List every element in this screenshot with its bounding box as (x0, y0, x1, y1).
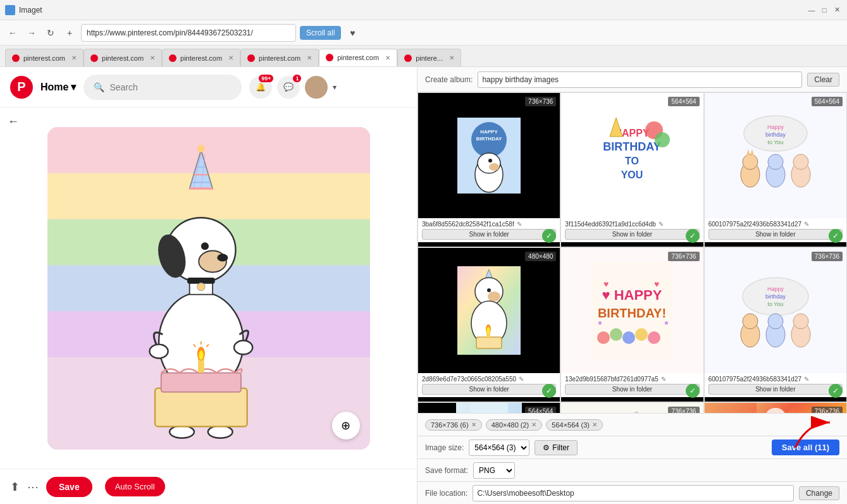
pin-image-svg (47, 127, 370, 450)
filter-tag-2[interactable]: 480×480 (2) ✕ (486, 419, 543, 431)
tab-close-2[interactable]: ✕ (150, 54, 155, 61)
filter-tag-1[interactable]: 736×736 (6) ✕ (425, 419, 482, 431)
filter-tag-3[interactable]: 564×564 (3) ✕ (546, 419, 603, 431)
tab-favicon-6 (404, 54, 412, 62)
main-layout: P Home ▾ 🔍 Search 🔔 99+ 💬 1 ▾ (0, 67, 847, 504)
edit-icon-6[interactable]: ✎ (804, 376, 809, 383)
svg-rect-71 (476, 337, 502, 348)
show-folder-btn-6[interactable]: Show in folder (708, 384, 843, 395)
tab-close-1[interactable]: ✕ (71, 54, 77, 61)
svg-text:birthday: birthday (765, 293, 786, 300)
change-button[interactable]: Change (799, 486, 839, 500)
home-menu[interactable]: Home ▾ (40, 81, 76, 93)
clear-button[interactable]: Clear (807, 73, 839, 87)
messages-button[interactable]: 💬 1 (277, 76, 300, 99)
lens-button[interactable]: ⊕ (332, 412, 360, 439)
format-label: Save format: (425, 466, 468, 475)
tab-close-4[interactable]: ✕ (307, 54, 312, 61)
img-filename-4: 2d869e6d7e73c0665c08205a550 ✎ (422, 376, 556, 383)
size-label: Image size: (425, 443, 464, 452)
edit-icon-3[interactable]: ✎ (804, 221, 809, 228)
svg-point-58 (743, 154, 758, 169)
forward-button[interactable]: → (24, 25, 39, 40)
restore-button[interactable]: □ (819, 5, 829, 15)
svg-point-23 (197, 283, 204, 290)
svg-rect-28 (155, 388, 247, 426)
upload-button[interactable]: ⬆ (10, 480, 20, 494)
autoscroll-button[interactable]: Auto Scroll (105, 477, 165, 496)
location-bar: File location: Change (417, 481, 847, 504)
refresh-button[interactable]: ↻ (43, 25, 58, 40)
tab-2[interactable]: pinterest.com ✕ (83, 49, 162, 66)
tab-3[interactable]: pinterest.com ✕ (162, 49, 240, 66)
image-cell-info-5: 13e2d9b915687bfd7261d0977a5 ✎ Show in fo… (561, 373, 703, 397)
tab-4[interactable]: pinterest.com ✕ (240, 49, 319, 66)
filter-remove-3[interactable]: ✕ (592, 421, 597, 428)
svg-text:birthday: birthday (765, 132, 786, 138)
svg-point-85 (635, 328, 648, 341)
edit-icon-2[interactable]: ✎ (658, 221, 664, 228)
more-button[interactable]: ⋯ (27, 480, 39, 494)
tab-6[interactable]: pintere... ✕ (397, 49, 461, 66)
album-input[interactable] (478, 71, 802, 88)
filter-button[interactable]: ⚙ Filter (535, 440, 578, 455)
svg-point-74 (487, 327, 490, 333)
svg-text:Happy: Happy (767, 124, 784, 130)
pinterest-logo[interactable]: P (10, 76, 33, 99)
size-select[interactable]: 564×564 (3) 736×736 (6) 480×480 (2) (469, 439, 529, 456)
bookmark-icon[interactable]: ♥ (345, 25, 360, 40)
show-folder-btn-5[interactable]: Show in folder (565, 384, 699, 395)
profile-chevron-icon[interactable]: ▾ (333, 83, 337, 92)
show-folder-btn-1[interactable]: Show in folder (422, 229, 556, 240)
notifications-button[interactable]: 🔔 99+ (249, 76, 272, 99)
title-bar-left: Imaget (5, 5, 42, 15)
filter-remove-2[interactable]: ✕ (531, 421, 536, 428)
album-header: Create album: Clear (417, 67, 847, 92)
pinterest-content: ← (0, 108, 417, 469)
back-button[interactable]: ← (5, 25, 20, 40)
tab-label-4: pinterest.com (259, 54, 300, 62)
show-folder-btn-4[interactable]: Show in folder (422, 384, 556, 395)
pinterest-panel: P Home ▾ 🔍 Search 🔔 99+ 💬 1 ▾ (0, 67, 417, 504)
show-folder-btn-2[interactable]: Show in folder (565, 229, 699, 240)
messages-badge: 1 (293, 75, 301, 82)
img-size-badge-2: 564×564 (668, 97, 699, 106)
img-check-2: ✓ (686, 229, 700, 243)
tab-close-3[interactable]: ✕ (228, 54, 233, 61)
user-avatar[interactable] (305, 76, 328, 99)
img-inner-1: HAPPY BIRTHDAY (456, 93, 522, 218)
tab-5[interactable]: pinterest.com ✕ (319, 49, 397, 66)
image-grid: HAPPY BIRTHDAY 736×736 ✓ 3ba6f8d55 (417, 92, 847, 413)
filter-remove-1[interactable]: ✕ (471, 421, 476, 428)
show-folder-btn-3[interactable]: Show in folder (708, 229, 843, 240)
save-button[interactable]: Save (46, 477, 92, 497)
scroll-all-button[interactable]: Scroll all (300, 26, 341, 40)
minimize-button[interactable]: — (807, 5, 817, 15)
img-inner-6: Happy birthday to You (705, 248, 846, 373)
svg-text:to You: to You (767, 139, 783, 145)
edit-icon-1[interactable]: ✎ (517, 221, 522, 228)
tab-favicon-3 (169, 54, 176, 62)
tab-1[interactable]: pinterest.com ✕ (5, 49, 83, 66)
svg-text:to You: to You (767, 301, 783, 307)
url-bar[interactable] (81, 24, 296, 42)
edit-icon-4[interactable]: ✎ (519, 376, 524, 383)
format-select[interactable]: PNG JPEG WEBP (473, 462, 515, 479)
img-check-6: ✓ (829, 384, 843, 398)
svg-point-62 (768, 154, 783, 169)
edit-icon-5[interactable]: ✎ (661, 376, 666, 383)
close-button[interactable]: ✕ (832, 5, 842, 15)
cell-wrapper-1: HAPPY BIRTHDAY (418, 93, 560, 218)
svg-point-41 (478, 153, 500, 173)
save-all-button[interactable]: Save all (11) (772, 439, 839, 455)
tab-close-5[interactable]: ✕ (385, 54, 390, 61)
location-input[interactable] (473, 485, 794, 501)
search-bar[interactable]: 🔍 Search (83, 75, 242, 100)
title-bar: Imaget — □ ✕ (0, 0, 847, 20)
new-tab-button[interactable]: + (62, 25, 77, 40)
tab-close-6[interactable]: ✕ (449, 54, 454, 61)
thumbnail-svg-4 (457, 266, 521, 355)
back-arrow-button[interactable]: ← (8, 115, 19, 128)
image-cell-info-1: 3ba6f8d5562dc825842f1ca1c58f ✎ Show in f… (418, 218, 560, 242)
chevron-icon: ▾ (71, 81, 76, 93)
